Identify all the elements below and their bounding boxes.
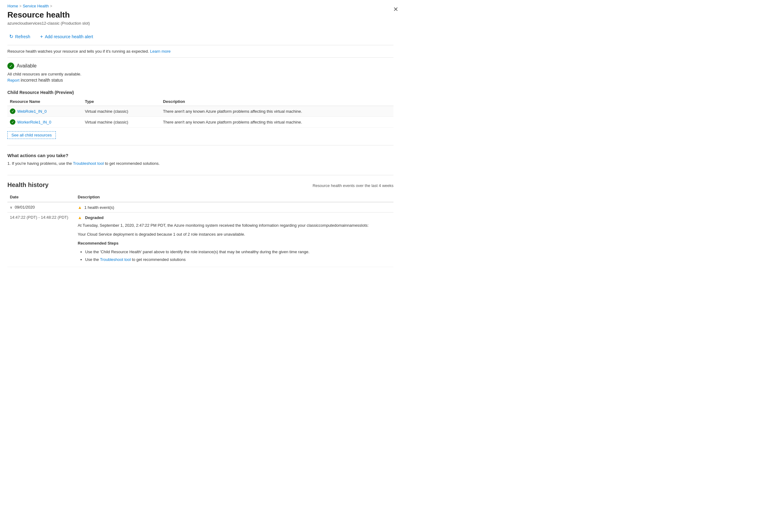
history-subtitle: Resource health events over the last 4 w… bbox=[313, 183, 393, 188]
table-row: ✓ WorkerRole1_IN_0 Virtual machine (clas… bbox=[7, 117, 393, 128]
col-header-type: Type bbox=[82, 97, 160, 106]
report-line: Report incorrect health status bbox=[7, 78, 393, 83]
breadcrumb-home[interactable]: Home bbox=[7, 4, 18, 8]
event-detail-cell: ▲ Degraded At Tuesday, September 1, 2020… bbox=[75, 213, 393, 267]
history-date-cell: ∨ 09/01/2020 bbox=[7, 202, 75, 213]
body-line: Your Cloud Service deployment is degrade… bbox=[78, 231, 391, 238]
history-event-count-cell: ▲ 1 health event(s) bbox=[75, 202, 393, 213]
degraded-label: Degraded bbox=[85, 215, 104, 220]
learn-more-link[interactable]: Learn more bbox=[150, 49, 170, 54]
status-section: ✓ Available All child resources are curr… bbox=[7, 58, 393, 85]
child-health-title: Child Resource Health (Preview) bbox=[7, 90, 393, 95]
degraded-header: ▲ Degraded bbox=[78, 215, 391, 220]
refresh-button[interactable]: ↻ Refresh bbox=[7, 32, 32, 41]
actions-section: What actions can you take? 1. If you're … bbox=[7, 150, 393, 170]
info-bar: Resource health watches your resource an… bbox=[7, 45, 393, 58]
history-event-count: 1 health event(s) bbox=[84, 205, 114, 210]
status-label: Available bbox=[17, 63, 37, 69]
troubleshoot-link[interactable]: Troubleshoot tool bbox=[73, 161, 104, 166]
chevron-down-icon: ∨ bbox=[10, 205, 12, 209]
resource-name-cell: ✓ WebRole1_IN_0 bbox=[7, 106, 82, 117]
history-date-row: ∨ 09/01/2020 ▲ 1 health event(s) bbox=[7, 202, 393, 213]
page-subtitle: azurecloudservices12-classic (Production… bbox=[7, 21, 393, 26]
divider-1 bbox=[7, 145, 393, 145]
resource-desc-cell: There aren't any known Azure platform pr… bbox=[161, 117, 393, 128]
refresh-label: Refresh bbox=[15, 34, 30, 39]
history-detail-row: 14:47:22 (PDT) - 14:48:22 (PDT) ▲ Degrad… bbox=[7, 213, 393, 267]
table-row: ✓ WebRole1_IN_0 Virtual machine (classic… bbox=[7, 106, 393, 117]
breadcrumb: Home > Service Health > bbox=[7, 0, 393, 10]
history-title: Health history bbox=[7, 181, 48, 189]
resource-name-link[interactable]: WorkerRole1_IN_0 bbox=[17, 120, 51, 124]
divider-2 bbox=[7, 175, 393, 175]
actions-title: What actions can you take? bbox=[7, 153, 393, 158]
time-range-cell: 14:47:22 (PDT) - 14:48:22 (PDT) bbox=[7, 213, 75, 267]
resource-type-cell: Virtual machine (classic) bbox=[82, 106, 160, 117]
breadcrumb-service-health[interactable]: Service Health bbox=[23, 4, 49, 8]
breadcrumb-sep-2: > bbox=[50, 4, 52, 8]
child-health-table: Resource Name Type Description ✓ WebRole… bbox=[7, 97, 393, 128]
col-header-desc: Description bbox=[161, 97, 393, 106]
history-col-date: Date bbox=[7, 192, 75, 202]
close-button[interactable]: ✕ bbox=[391, 4, 401, 14]
resource-desc-cell: There aren't any known Azure platform pr… bbox=[161, 106, 393, 117]
row-status-icon: ✓ bbox=[10, 108, 15, 114]
time-range: 14:47:22 (PDT) - 14:48:22 (PDT) bbox=[10, 215, 68, 220]
history-header: Health history Resource health events ov… bbox=[7, 181, 393, 189]
available-icon: ✓ bbox=[7, 63, 14, 69]
action-prefix: 1. If you're having problems, use the bbox=[7, 161, 73, 166]
refresh-icon: ↻ bbox=[9, 34, 13, 39]
add-icon: + bbox=[40, 34, 43, 39]
warning-icon: ▲ bbox=[78, 205, 82, 210]
page-title: Resource health bbox=[7, 10, 393, 20]
breadcrumb-sep-1: > bbox=[19, 4, 22, 8]
add-alert-button[interactable]: + Add resource health alert bbox=[38, 33, 95, 41]
toolbar: ↻ Refresh + Add resource health alert bbox=[7, 30, 393, 45]
col-header-name: Resource Name bbox=[7, 97, 82, 106]
report-suffix: incorrect health status bbox=[21, 78, 63, 83]
history-table: Date Description ∨ 09/01/2020 ▲ 1 health… bbox=[7, 192, 393, 267]
step-item: Use the 'Child Resource Health' panel ab… bbox=[85, 249, 391, 255]
info-text: Resource health watches your resource an… bbox=[7, 49, 149, 54]
body-line: At Tuesday, September 1, 2020, 2:47:22 P… bbox=[78, 222, 391, 229]
step-item: Use the Troubleshoot tool to get recomme… bbox=[85, 257, 391, 263]
step-link[interactable]: Troubleshoot tool bbox=[100, 257, 131, 262]
health-history-section: Health history Resource health events ov… bbox=[7, 181, 393, 267]
resource-type-cell: Virtual machine (classic) bbox=[82, 117, 160, 128]
resource-name-cell: ✓ WorkerRole1_IN_0 bbox=[7, 117, 82, 128]
status-description: All child resources are currently availa… bbox=[7, 72, 393, 76]
degraded-body: At Tuesday, September 1, 2020, 2:47:22 P… bbox=[78, 222, 391, 263]
action-item-1: 1. If you're having problems, use the Tr… bbox=[7, 161, 393, 166]
steps-list: Use the 'Child Resource Health' panel ab… bbox=[78, 249, 391, 263]
action-suffix: to get recommended solutions. bbox=[104, 161, 160, 166]
resource-name-link[interactable]: WebRole1_IN_0 bbox=[17, 109, 47, 114]
history-date: 09/01/2020 bbox=[15, 205, 35, 209]
see-all-child-button[interactable]: See all child resources bbox=[7, 131, 56, 139]
recommended-steps-label: Recommended Steps bbox=[78, 240, 391, 247]
status-available: ✓ Available bbox=[7, 63, 393, 69]
add-alert-label: Add resource health alert bbox=[45, 34, 93, 39]
report-link[interactable]: Report bbox=[7, 78, 19, 83]
row-status-icon: ✓ bbox=[10, 119, 15, 125]
degraded-warning-icon: ▲ bbox=[78, 215, 82, 220]
history-col-desc: Description bbox=[75, 192, 393, 202]
